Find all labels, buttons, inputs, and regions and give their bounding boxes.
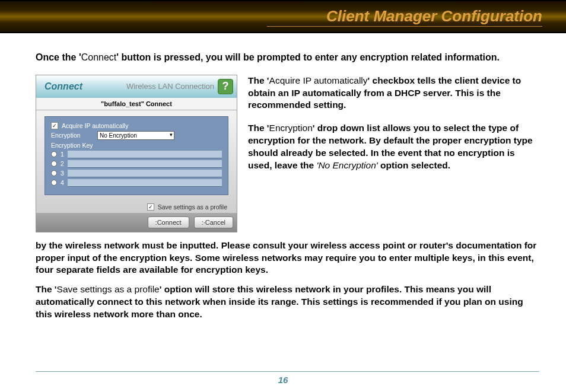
key-num-2: 2: [61, 160, 64, 167]
key-radio-3[interactable]: [51, 170, 57, 176]
connect-dialog: Connect Wireless LAN Connection ? "buffa…: [36, 75, 237, 232]
save-settings-checkbox[interactable]: ✓: [147, 203, 154, 211]
intro-pre: Once the ': [36, 52, 81, 62]
side-p2-pre: The ': [248, 123, 269, 133]
acquire-ip-checkbox[interactable]: ✓: [51, 122, 58, 129]
encryption-select[interactable]: No Encryption: [97, 131, 174, 140]
key-field-1[interactable]: [68, 151, 222, 158]
key-num-1: 1: [61, 151, 64, 158]
encryption-row: Encryption No Encryption: [51, 131, 222, 140]
below-text: by the wireless network must be inputted…: [36, 240, 539, 321]
encryption-key-label-row: Encryption Key: [51, 142, 222, 149]
key-radio-1[interactable]: [51, 151, 57, 157]
connect-button[interactable]: :Connect: [148, 216, 189, 228]
side-p1: The 'Acquire IP automatically' checkbox …: [248, 75, 539, 112]
side-p2-thin: Encryption: [269, 123, 313, 133]
page-content: Once the 'Connect' button is pressed, yo…: [0, 33, 566, 340]
intro-connect-word: Connect: [81, 52, 117, 62]
key-field-3[interactable]: [68, 170, 222, 177]
key-radio-4[interactable]: [51, 180, 57, 186]
intro-paragraph: Once the 'Connect' button is pressed, yo…: [36, 51, 539, 64]
below-p2: The 'Save settings as a profile' option …: [36, 283, 539, 321]
page-number: 16: [0, 375, 566, 385]
side-p2-post: option selected.: [378, 160, 450, 170]
below-p2-pre: The ': [36, 284, 57, 294]
key-num-4: 4: [61, 179, 64, 186]
key-row-3: 3: [51, 170, 222, 177]
acquire-ip-label: Acquire IP automatically: [62, 122, 128, 129]
dialog-header: Connect Wireless LAN Connection ?: [36, 75, 237, 98]
key-field-2[interactable]: [68, 160, 222, 168]
page-header-title: Client Manager Configuration: [326, 7, 542, 26]
side-p1-pre: The ': [248, 75, 269, 85]
side-p1-thin: Acquire IP automatically: [269, 75, 368, 85]
below-p2-thin: Save settings as a profile: [57, 284, 160, 294]
side-p2: The 'Encryption' drop down list allows y…: [248, 122, 539, 172]
encryption-label: Encryption: [51, 132, 94, 139]
key-field-4[interactable]: [68, 179, 222, 187]
main-row: Connect Wireless LAN Connection ? "buffa…: [36, 75, 539, 232]
intro-post: ' button is pressed, you will be prompte…: [116, 52, 500, 62]
acquire-ip-row: ✓ Acquire IP automatically: [51, 122, 222, 129]
key-row-1: 1: [51, 151, 222, 158]
save-settings-label: Save settings as a profile: [158, 203, 227, 211]
dialog-panel: ✓ Acquire IP automatically Encryption No…: [44, 116, 228, 195]
key-row-2: 2: [51, 160, 222, 168]
key-row-4: 4: [51, 179, 222, 187]
side-p2-ital: 'No Encryption': [316, 160, 377, 170]
save-settings-row: ✓ Save settings as a profile: [36, 201, 237, 213]
side-text: The 'Acquire IP automatically' checkbox …: [248, 75, 539, 232]
encryption-key-label: Encryption Key: [51, 142, 93, 149]
footer-line: [36, 371, 539, 372]
dialog-title: Connect: [40, 81, 87, 92]
dialog-subtitle: Wireless LAN Connection: [126, 82, 214, 91]
dialog-button-row: :Connect :·Cancel: [36, 213, 237, 232]
header-band: Client Manager Configuration: [0, 0, 566, 33]
network-line: "buffalo_test" Connect: [36, 98, 237, 110]
key-num-3: 3: [61, 170, 64, 177]
key-radio-2[interactable]: [51, 161, 57, 167]
below-p1: by the wireless network must be inputted…: [36, 240, 539, 277]
cancel-button[interactable]: :·Cancel: [194, 216, 233, 228]
header-underline: [267, 26, 542, 27]
help-icon[interactable]: ?: [218, 79, 233, 94]
